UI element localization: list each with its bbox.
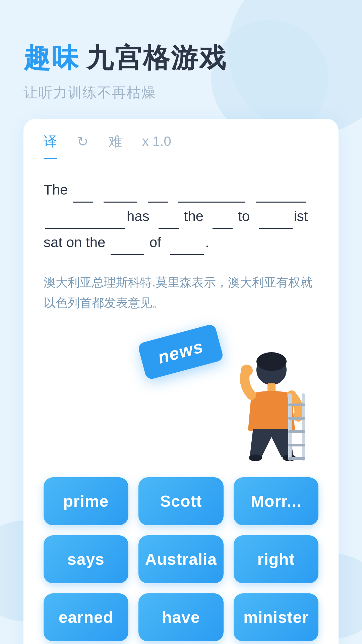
game-card: 译 ↻ 难 x 1.0 The xyxy=(23,119,339,644)
blank-4 xyxy=(178,176,245,203)
tab-speed[interactable]: x 1.0 xyxy=(142,134,171,157)
word-button-right[interactable]: right xyxy=(234,535,318,583)
tab-bar: 译 ↻ 难 x 1.0 xyxy=(23,119,339,159)
tab-translate[interactable]: 译 xyxy=(44,132,57,159)
word-button-morrison[interactable]: Morr... xyxy=(234,477,318,525)
replay-icon: ↻ xyxy=(77,134,88,149)
title-row: 趣味 九宫格游戏 xyxy=(23,40,339,76)
word-button-earned[interactable]: earned xyxy=(44,593,128,641)
sentence-area: The has the to ist sat on the of . xyxy=(23,159,339,265)
word-button-minister[interactable]: minister xyxy=(234,593,318,641)
blank-10 xyxy=(111,229,144,255)
word-button-have[interactable]: have xyxy=(138,593,224,641)
blank-9 xyxy=(259,203,293,229)
svg-rect-10 xyxy=(288,444,305,446)
word-grid: prime Scott Morr... says Australia right… xyxy=(23,464,339,644)
svg-point-1 xyxy=(256,352,287,371)
blank-2 xyxy=(104,176,137,203)
subtitle: 让听力训练不再枯燥 xyxy=(23,83,339,102)
svg-rect-7 xyxy=(288,404,305,406)
blank-1 xyxy=(73,176,93,203)
svg-point-3 xyxy=(249,454,262,461)
tab-replay[interactable]: ↻ xyxy=(77,134,88,157)
svg-rect-8 xyxy=(288,417,305,420)
word-button-australia[interactable]: Australia xyxy=(138,535,224,583)
blank-3 xyxy=(148,176,168,203)
title-blue: 趣味 xyxy=(23,40,80,76)
title-dark: 九宫格游戏 xyxy=(86,40,227,76)
blank-8 xyxy=(213,203,233,229)
news-card: news xyxy=(137,323,224,380)
word-button-says[interactable]: says xyxy=(44,535,128,583)
tab-difficulty[interactable]: 难 xyxy=(109,132,122,159)
illustration-area: news xyxy=(23,323,339,464)
blank-5 xyxy=(256,176,306,203)
svg-rect-11 xyxy=(288,457,305,460)
blank-11 xyxy=(170,229,204,255)
person-illustration xyxy=(218,343,312,464)
word-button-prime[interactable]: prime xyxy=(44,477,128,525)
svg-rect-9 xyxy=(288,430,305,433)
blank-7 xyxy=(159,203,179,229)
translation-text: 澳大利亚总理斯科特.莫里森表示，澳大利亚有权就以色列首都发表意见。 xyxy=(23,265,339,320)
header: 趣味 九宫格游戏 让听力训练不再枯燥 xyxy=(23,40,339,102)
blank-6 xyxy=(45,203,125,229)
svg-point-12 xyxy=(241,365,253,377)
word-button-scott[interactable]: Scott xyxy=(138,477,224,525)
sentence-text: The has the to ist sat on the of . xyxy=(44,176,318,255)
